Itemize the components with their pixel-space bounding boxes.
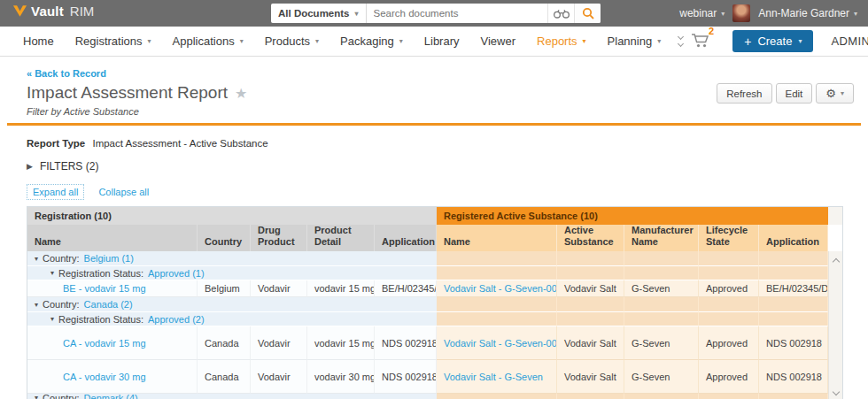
nav-tab-label: Planning bbox=[608, 35, 653, 48]
substance-manufacturer-name-cell: G-Seven bbox=[624, 326, 699, 360]
group-row: ▾Registration Status:Approved (2) bbox=[27, 312, 828, 326]
caret-down-icon: ▾ bbox=[798, 37, 802, 45]
active-substance-group-header: Registered Active Substance (10) bbox=[437, 207, 828, 225]
nav-tab-label: Packaging bbox=[340, 35, 394, 48]
cart-count-badge: 2 bbox=[709, 26, 714, 36]
search-input[interactable] bbox=[367, 4, 547, 23]
expand-all-link[interactable]: Expand all bbox=[27, 184, 84, 200]
user-avatar[interactable] bbox=[732, 4, 750, 22]
group-label: Country: bbox=[43, 394, 80, 399]
substance-name-link[interactable]: Vodavir Salt - G-Seven bbox=[444, 372, 543, 382]
page-title: Impact Assessment Report ★ bbox=[27, 83, 247, 103]
page-content: « Back to Record Impact Assessment Repor… bbox=[0, 57, 868, 399]
cart-button[interactable]: 2 bbox=[690, 31, 711, 52]
registration-name-cell: BE - vodavir 15 mg bbox=[27, 280, 198, 297]
substance-name-cell: Vodavir Salt - G-Seven-000005 bbox=[437, 280, 557, 297]
search-button[interactable] bbox=[574, 4, 601, 23]
edit-button[interactable]: Edit bbox=[776, 83, 813, 104]
group-filler-cell bbox=[557, 394, 624, 399]
registration-country-cell: Canada bbox=[198, 360, 251, 394]
group-link[interactable]: Belgium (1) bbox=[84, 253, 134, 264]
column-header-product-detail[interactable]: Product Detail bbox=[307, 225, 375, 251]
scroll-down-icon[interactable] bbox=[830, 387, 842, 399]
group-filler-cell bbox=[437, 297, 557, 312]
vault-selector[interactable]: webinar ▾ bbox=[679, 7, 725, 19]
favorite-star-icon[interactable]: ★ bbox=[235, 85, 247, 102]
group-label: Country: bbox=[43, 253, 80, 264]
substance-name-link[interactable]: Vodavir Salt - G-Seven-000001 bbox=[444, 338, 557, 349]
collapse-arrow-icon[interactable]: ▾ bbox=[50, 269, 54, 277]
plus-icon: + bbox=[744, 35, 751, 48]
collapse-arrow-icon[interactable]: ▾ bbox=[35, 394, 38, 399]
column-header-drug-product[interactable]: Drug Product bbox=[251, 225, 307, 251]
report-table: Registration (10) Registered Active Subs… bbox=[27, 206, 843, 399]
column-header-name[interactable]: Name bbox=[27, 225, 198, 251]
nav-tab-applications[interactable]: Applications▾ bbox=[162, 35, 254, 48]
primary-nav: HomeRegistrations▾Applications▾Products▾… bbox=[0, 27, 868, 57]
collapse-arrow-icon[interactable]: ▾ bbox=[50, 315, 54, 323]
registration-application-cell: NDS 002918 bbox=[375, 326, 437, 360]
column-header-row: NameCountryDrug ProductProduct DetailApp… bbox=[27, 225, 828, 251]
substance-name-link[interactable]: Vodavir Salt - G-Seven-000005 bbox=[444, 283, 557, 294]
column-header-lifecycle-state[interactable]: Lifecycle State bbox=[699, 225, 759, 251]
user-menu[interactable]: Ann-Marie Gardner ▾ bbox=[758, 7, 857, 19]
group-link[interactable]: Approved (2) bbox=[148, 314, 205, 325]
search-scope-dropdown[interactable]: All Documents ▾ bbox=[271, 4, 367, 23]
column-header-manufacturer-name[interactable]: Manufacturer Name bbox=[624, 225, 699, 251]
group-filler-cell bbox=[699, 312, 759, 326]
substance-lifecycle-state-cell: Approved bbox=[699, 326, 759, 360]
registration-name-link[interactable]: CA - vodavir 30 mg bbox=[63, 372, 146, 382]
group-filler-cell bbox=[557, 251, 624, 266]
nav-tab-registrations[interactable]: Registrations▾ bbox=[65, 35, 162, 48]
vault-logo[interactable]: Vault RIM bbox=[12, 4, 94, 19]
substance-name-cell: Vodavir Salt - G-Seven-000001 bbox=[437, 326, 557, 360]
report-subtitle: Filter by Active Substance bbox=[27, 106, 868, 117]
filters-expand-icon: ▶ bbox=[27, 162, 33, 171]
filters-toggle[interactable]: ▶ FILTERS (2) bbox=[27, 160, 868, 173]
group-filler-cell bbox=[699, 297, 759, 312]
group-filler-cell bbox=[437, 251, 557, 266]
registration-product-detail-cell: vodavir 30 mg bbox=[307, 360, 375, 394]
caret-down-icon: ▾ bbox=[657, 37, 661, 45]
scroll-up-icon[interactable] bbox=[830, 255, 842, 267]
group-link[interactable]: Canada (2) bbox=[84, 299, 133, 310]
group-row: ▾Country:Belgium (1) bbox=[27, 251, 828, 266]
refresh-button[interactable]: Refresh bbox=[717, 83, 771, 104]
more-tabs-icon[interactable] bbox=[671, 35, 690, 48]
group-row: ▾Country:Denmark (4) bbox=[27, 394, 828, 399]
create-button[interactable]: + Create ▾ bbox=[732, 30, 813, 52]
registration-name-link[interactable]: BE - vodavir 15 mg bbox=[63, 283, 146, 294]
column-header-application[interactable]: Application bbox=[375, 225, 437, 251]
group-filler-cell bbox=[624, 312, 699, 326]
column-header-application[interactable]: Application bbox=[759, 225, 828, 251]
group-filler-cell bbox=[557, 297, 624, 312]
nav-tab-viewer[interactable]: Viewer bbox=[470, 35, 527, 48]
search-bar: All Documents ▾ bbox=[271, 4, 601, 23]
nav-tab-planning[interactable]: Planning▾ bbox=[597, 35, 672, 48]
column-header-name[interactable]: Name bbox=[437, 225, 557, 251]
collapse-arrow-icon[interactable]: ▾ bbox=[35, 301, 38, 309]
nav-tab-library[interactable]: Library bbox=[414, 35, 470, 48]
nav-tab-reports[interactable]: Reports▾ bbox=[526, 35, 597, 48]
substance-manufacturer-name-cell: G-Seven bbox=[624, 280, 699, 297]
back-to-record-link[interactable]: « Back to Record bbox=[27, 68, 106, 79]
nav-tab-packaging[interactable]: Packaging▾ bbox=[329, 35, 414, 48]
registration-name-link[interactable]: CA - vodavir 15 mg bbox=[63, 338, 146, 349]
admin-link[interactable]: ADMIN → bbox=[831, 35, 868, 48]
collapse-all-link[interactable]: Collapse all bbox=[98, 187, 149, 197]
advanced-search-icon[interactable] bbox=[547, 4, 574, 23]
accent-divider bbox=[7, 123, 861, 126]
title-row: Impact Assessment Report ★ Refresh Edit … bbox=[27, 83, 854, 104]
group-filler-cell bbox=[624, 251, 699, 266]
group-filler-cell bbox=[759, 312, 828, 326]
column-header-active-substance[interactable]: Active Substance bbox=[557, 225, 624, 251]
nav-tab-home[interactable]: Home bbox=[12, 35, 65, 48]
group-link[interactable]: Denmark (4) bbox=[84, 394, 138, 399]
vertical-scrollbar[interactable] bbox=[828, 251, 842, 399]
actions-menu-button[interactable]: ⚙ ▾ bbox=[816, 83, 854, 104]
column-header-country[interactable]: Country bbox=[198, 225, 251, 251]
group-link[interactable]: Approved (1) bbox=[148, 268, 205, 279]
collapse-arrow-icon[interactable]: ▾ bbox=[35, 255, 38, 263]
nav-tab-products[interactable]: Products▾ bbox=[254, 35, 329, 48]
filters-label: FILTERS (2) bbox=[40, 160, 98, 173]
